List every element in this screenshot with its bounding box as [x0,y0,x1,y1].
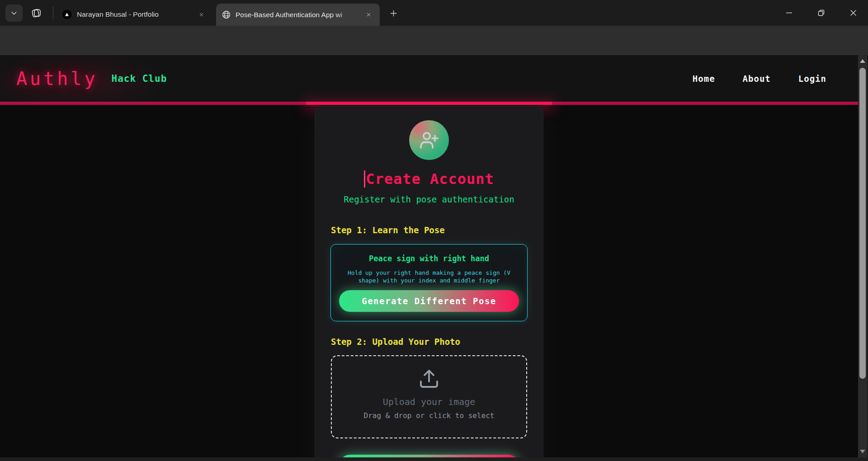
step1-label: Step 1: Learn the Pose [331,225,445,236]
scrollbar-thumb[interactable] [859,68,866,379]
page-content: Authly Hack Club Home About Login [0,55,858,457]
site-header: Authly Hack Club Home About Login [0,55,858,102]
close-icon [850,9,857,16]
header-accent-line [0,102,858,105]
site-nav: Home About Login [693,74,826,84]
upload-title: Upload your image [383,396,476,408]
nav-link-home[interactable]: Home [693,74,715,84]
pose-description-line1: Hold up your right hand making a peace s… [348,269,510,277]
card-title: Create Account [366,170,494,188]
pose-name: Peace sign with right hand [369,253,489,264]
user-plus-icon [418,129,440,151]
tab-title: Narayan Bhusal - Portfolio [77,10,191,19]
tab-title: Pose-Based Authentication App wi [236,11,358,19]
window-bottom-edge [0,457,868,461]
chevron-down-icon [10,9,18,17]
workspaces-icon [30,7,43,19]
plus-icon [389,9,398,18]
browser-window: Narayan Bhusal - Portfolio Pose-Based Au… [0,0,868,461]
minimize-button[interactable] [778,3,799,22]
hack-club-badge: Hack Club [112,73,167,84]
site-logo[interactable]: Authly [16,68,98,89]
upload-icon [418,368,440,390]
tab-separator [53,7,53,19]
tab-actions-button[interactable] [5,5,23,22]
generate-pose-button[interactable]: Generate Different Pose [339,290,519,312]
globe-icon [222,10,231,19]
main-area: Create Account Register with pose authen… [0,105,858,457]
register-card: Create Account Register with pose authen… [315,105,543,457]
user-add-avatar [409,120,449,160]
tab-close-icon[interactable] [363,9,374,21]
scroll-down-arrow-icon[interactable] [860,450,865,453]
tab-bar: Narayan Bhusal - Portfolio Pose-Based Au… [0,0,868,26]
vertical-scrollbar[interactable] [858,55,867,457]
card-subtitle: Register with pose authentication [344,194,514,205]
scroll-up-arrow-icon[interactable] [860,59,865,63]
upload-dropzone[interactable]: Upload your image Drag & drop or click t… [331,355,527,438]
text-cursor [364,170,365,188]
portfolio-favicon-icon [61,9,72,20]
workspaces-button[interactable] [29,6,44,20]
nav-link-login[interactable]: Login [798,74,826,84]
tab-close-icon[interactable] [195,9,207,20]
header-accent-glow [306,102,552,105]
close-window-button[interactable] [843,3,863,22]
tab-portfolio[interactable]: Narayan Bhusal - Portfolio [56,4,212,25]
pose-description-line2: shape) with your index and middle finger [348,277,510,284]
minimize-icon [786,9,793,16]
browser-toolbar: https://authly.naranbhusal02.xyz/registe… [0,26,868,55]
pose-description: Hold up your right hand making a peace s… [348,269,510,284]
pose-instruction-box: Peace sign with right hand Hold up your … [330,244,528,321]
step2-label: Step 2: Upload Your Photo [331,337,460,348]
card-title-row: Create Account [364,170,494,188]
new-tab-button[interactable] [385,5,401,21]
tab-pose-auth-app[interactable]: Pose-Based Authentication App wi [216,4,380,26]
upload-hint: Drag & drop or click to select [364,411,495,420]
restore-button[interactable] [811,3,831,22]
restore-icon [818,9,825,16]
nav-link-about[interactable]: About [743,74,771,84]
